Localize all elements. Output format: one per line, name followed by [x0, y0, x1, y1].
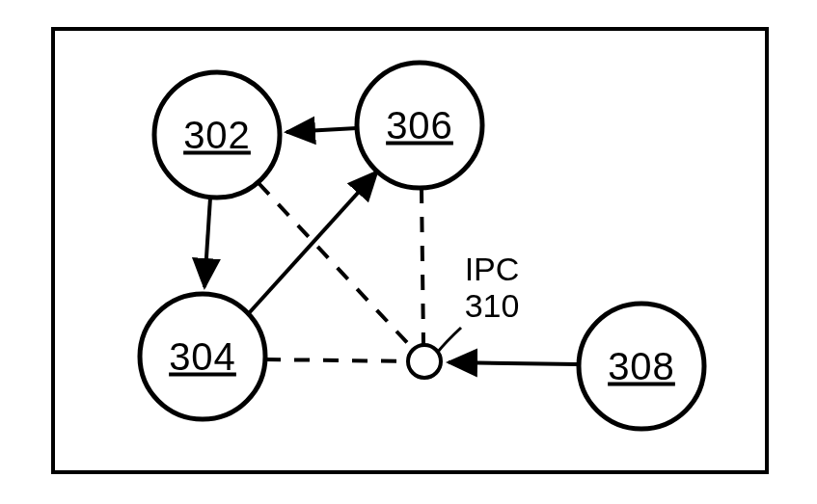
- node-ipc: [408, 345, 441, 378]
- diagram-svg: [0, 0, 817, 504]
- ipc-label-leader: [438, 328, 461, 352]
- edge-304-to-ipc: [265, 359, 408, 361]
- edge-306-to-302: [286, 128, 357, 132]
- node-304: [140, 294, 265, 419]
- edge-308-to-ipc: [449, 362, 577, 364]
- edge-306-to-ipc: [422, 188, 423, 345]
- edge-302-to-304: [204, 198, 210, 287]
- node-308: [579, 304, 704, 429]
- node-302: [154, 72, 280, 198]
- diagram-canvas: 302 306 304 308 IPC 310: [0, 0, 817, 504]
- node-306: [357, 63, 482, 188]
- edge-302-to-ipc: [259, 183, 413, 349]
